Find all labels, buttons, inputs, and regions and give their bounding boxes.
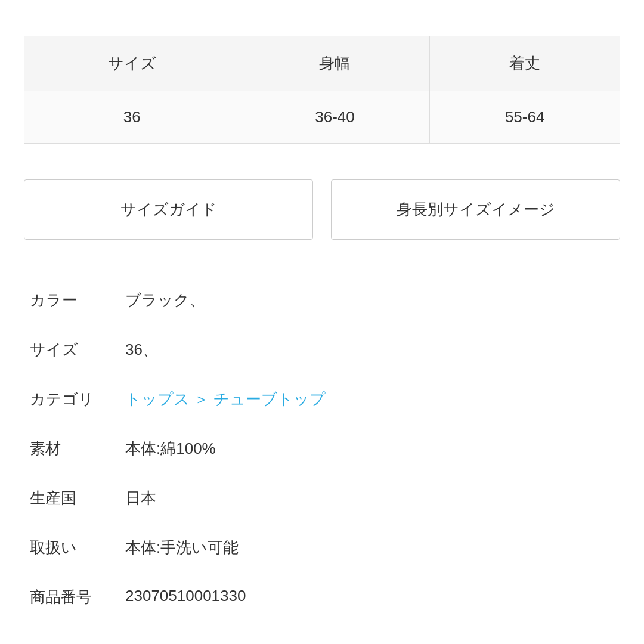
detail-row-category: カテゴリ トップス ＞ チューブトップ	[24, 374, 620, 424]
col-header-size: サイズ	[24, 36, 240, 91]
value-material: 本体:綿100%	[125, 438, 614, 459]
product-details: カラー ブラック、 サイズ 36、 カテゴリ トップス ＞ チューブトップ 素材…	[24, 275, 620, 622]
detail-row-product-number: 商品番号 23070510001330	[24, 572, 620, 622]
col-header-length: 着丈	[430, 36, 620, 91]
size-table-wrapper: サイズ 身幅 着丈 36 36-40 55-64	[24, 36, 620, 144]
detail-row-material: 素材 本体:綿100%	[24, 424, 620, 473]
label-country: 生産国	[30, 488, 125, 509]
page-wrapper: サイズ 身幅 着丈 36 36-40 55-64 サイズガイド 身長別サイズイメ…	[0, 0, 644, 644]
detail-row-size: サイズ 36、	[24, 325, 620, 374]
cell-length: 55-64	[430, 91, 620, 144]
value-category[interactable]: トップス ＞ チューブトップ	[125, 389, 614, 410]
cell-size: 36	[24, 91, 240, 144]
col-header-width: 身幅	[240, 36, 430, 91]
label-care: 取扱い	[30, 537, 125, 558]
detail-row-care: 取扱い 本体:手洗い可能	[24, 523, 620, 572]
table-row: 36 36-40 55-64	[24, 91, 620, 144]
height-guide-button[interactable]: 身長別サイズイメージ	[331, 179, 620, 240]
table-header-row: サイズ 身幅 着丈	[24, 36, 620, 91]
label-material: 素材	[30, 438, 125, 459]
label-color: カラー	[30, 290, 125, 311]
value-size: 36、	[125, 339, 614, 360]
value-product-number: 23070510001330	[125, 587, 614, 605]
button-row: サイズガイド 身長別サイズイメージ	[24, 179, 620, 240]
size-table: サイズ 身幅 着丈 36 36-40 55-64	[24, 36, 620, 144]
detail-row-country: 生産国 日本	[24, 473, 620, 523]
label-size: サイズ	[30, 339, 125, 360]
value-country: 日本	[125, 488, 614, 509]
label-category: カテゴリ	[30, 389, 125, 410]
detail-row-color: カラー ブラック、	[24, 275, 620, 325]
cell-width: 36-40	[240, 91, 430, 144]
value-care: 本体:手洗い可能	[125, 537, 614, 558]
value-color: ブラック、	[125, 290, 614, 311]
label-product-number: 商品番号	[30, 587, 125, 608]
size-guide-button[interactable]: サイズガイド	[24, 179, 313, 240]
